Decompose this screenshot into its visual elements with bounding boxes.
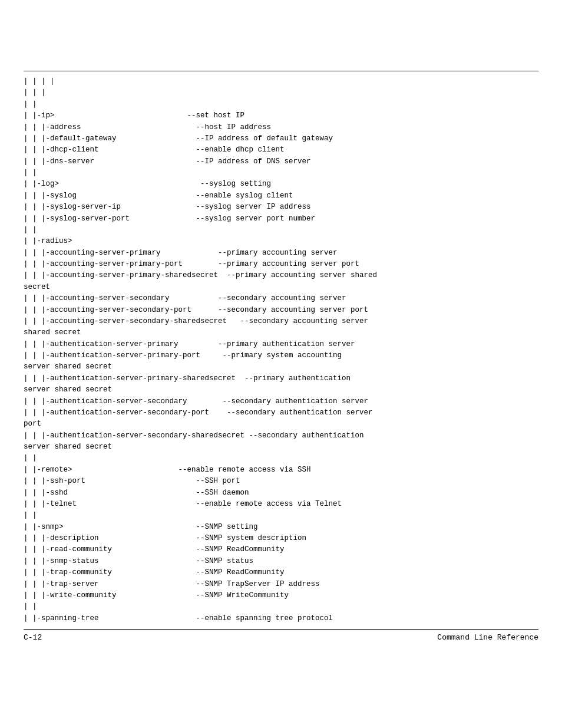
footer-page-number: C-12: [24, 633, 42, 642]
code-block: | | | | | | | | | | |-ip> --set host IP …: [24, 76, 538, 624]
content-area: | | | | | | | | | | |-ip> --set host IP …: [0, 71, 562, 624]
footer-title: Command Line Reference: [437, 633, 538, 642]
footer: C-12 Command Line Reference: [0, 630, 562, 642]
page-container: | | | | | | | | | | |-ip> --set host IP …: [0, 71, 562, 728]
